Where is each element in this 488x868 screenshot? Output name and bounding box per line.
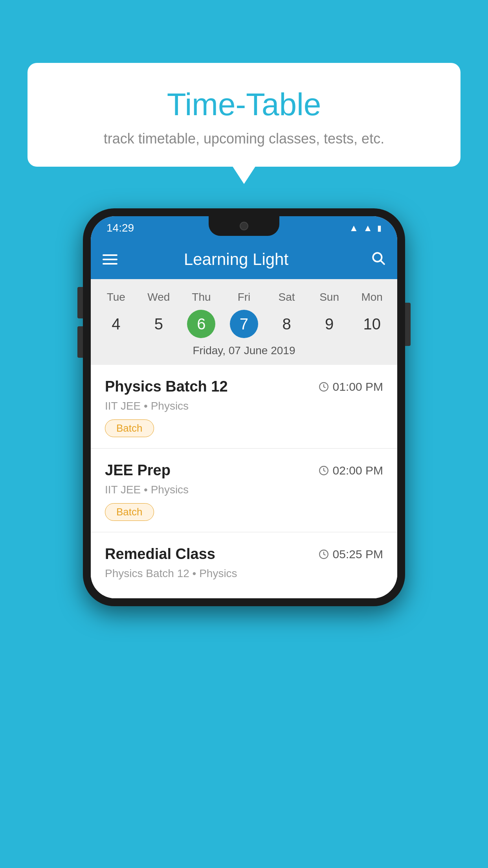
day-name: Mon bbox=[361, 291, 382, 303]
clock-icon bbox=[319, 382, 329, 392]
phone-notch bbox=[209, 216, 279, 236]
class-meta: IIT JEE • Physics bbox=[105, 400, 383, 412]
selected-date-label: Friday, 07 June 2019 bbox=[91, 338, 397, 365]
wifi-icon: ▲ bbox=[349, 223, 358, 234]
tooltip-card: Time-Table track timetable, upcoming cla… bbox=[28, 63, 460, 167]
class-time: 02:00 PM bbox=[319, 464, 383, 477]
day-col-9[interactable]: Sun9 bbox=[310, 291, 349, 338]
app-title: Learning Light bbox=[102, 250, 371, 269]
clock-icon bbox=[319, 549, 329, 559]
status-icons: ▲ ▲ ▮ bbox=[349, 223, 382, 234]
svg-line-1 bbox=[381, 261, 384, 264]
signal-icon: ▲ bbox=[363, 223, 372, 234]
schedule-item[interactable]: JEE Prep02:00 PMIIT JEE • PhysicsBatch bbox=[91, 449, 397, 532]
day-col-8[interactable]: Sat8 bbox=[267, 291, 306, 338]
day-col-4[interactable]: Tue4 bbox=[96, 291, 136, 338]
app-bar: Learning Light bbox=[91, 240, 397, 279]
class-time: 01:00 PM bbox=[319, 380, 383, 394]
svg-point-0 bbox=[373, 253, 382, 261]
day-number: 4 bbox=[102, 310, 130, 338]
phone-screen: 14:29 ▲ ▲ ▮ Learning Light bbox=[91, 216, 397, 598]
batch-badge: Batch bbox=[105, 503, 154, 521]
class-time: 05:25 PM bbox=[319, 548, 383, 561]
class-meta: IIT JEE • Physics bbox=[105, 484, 383, 496]
front-camera bbox=[240, 222, 248, 230]
schedule-item-header: JEE Prep02:00 PM bbox=[105, 462, 383, 479]
schedule-item[interactable]: Remedial Class05:25 PMPhysics Batch 12 •… bbox=[91, 532, 397, 598]
day-col-5[interactable]: Wed5 bbox=[139, 291, 178, 338]
days-row: Tue4Wed5Thu6Fri7Sat8Sun9Mon10 bbox=[91, 287, 397, 338]
search-button[interactable] bbox=[371, 250, 385, 269]
power-button bbox=[405, 303, 411, 346]
day-number: 9 bbox=[315, 310, 343, 338]
calendar-section: Tue4Wed5Thu6Fri7Sat8Sun9Mon10 Friday, 07… bbox=[91, 279, 397, 365]
clock-icon bbox=[319, 465, 329, 476]
phone-outer: 14:29 ▲ ▲ ▮ Learning Light bbox=[83, 208, 405, 606]
tooltip-subtitle: track timetable, upcoming classes, tests… bbox=[47, 131, 441, 147]
day-name: Fri bbox=[238, 291, 251, 303]
day-col-7[interactable]: Fri7 bbox=[224, 291, 264, 338]
day-name: Tue bbox=[107, 291, 125, 303]
class-name: Remedial Class bbox=[105, 546, 215, 563]
day-name: Wed bbox=[147, 291, 170, 303]
class-name: JEE Prep bbox=[105, 462, 171, 479]
batch-badge: Batch bbox=[105, 419, 154, 437]
status-time: 14:29 bbox=[106, 222, 134, 234]
volume-down-button bbox=[77, 326, 83, 358]
day-number: 10 bbox=[358, 310, 386, 338]
phone-mockup: 14:29 ▲ ▲ ▮ Learning Light bbox=[83, 208, 405, 606]
schedule-item-header: Physics Batch 1201:00 PM bbox=[105, 378, 383, 395]
class-meta: Physics Batch 12 • Physics bbox=[105, 567, 383, 580]
tooltip-title: Time-Table bbox=[47, 86, 441, 123]
volume-up-button bbox=[77, 287, 83, 318]
schedule-list: Physics Batch 1201:00 PMIIT JEE • Physic… bbox=[91, 365, 397, 598]
class-name: Physics Batch 12 bbox=[105, 378, 228, 395]
day-name: Sun bbox=[319, 291, 339, 303]
day-number: 8 bbox=[273, 310, 301, 338]
day-number: 5 bbox=[145, 310, 173, 338]
day-name: Sat bbox=[279, 291, 295, 303]
schedule-item-header: Remedial Class05:25 PM bbox=[105, 546, 383, 563]
day-number: 6 bbox=[187, 310, 215, 338]
day-number: 7 bbox=[230, 310, 258, 338]
day-col-6[interactable]: Thu6 bbox=[182, 291, 221, 338]
day-name: Thu bbox=[192, 291, 211, 303]
schedule-item[interactable]: Physics Batch 1201:00 PMIIT JEE • Physic… bbox=[91, 365, 397, 449]
battery-icon: ▮ bbox=[377, 223, 382, 233]
day-col-10[interactable]: Mon10 bbox=[352, 291, 392, 338]
